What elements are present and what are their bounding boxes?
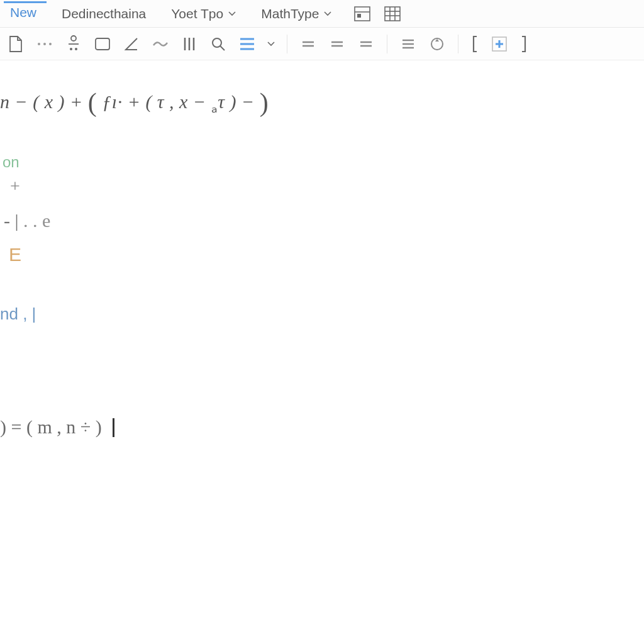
svg-rect-2 <box>357 14 361 18</box>
plus-box-icon[interactable] <box>490 35 509 53</box>
svg-point-19 <box>213 38 221 47</box>
svg-point-14 <box>75 48 77 50</box>
tilde-icon[interactable] <box>151 35 170 53</box>
equation-line-2[interactable]: ) = ( m , n ÷ ) <box>0 418 114 437</box>
new-doc-icon[interactable] <box>6 35 25 53</box>
chevron-down-icon[interactable] <box>267 35 275 53</box>
menu-label: MathType <box>261 6 319 21</box>
circle-arrow-icon[interactable] <box>428 35 447 53</box>
big-paren-open: ( <box>88 88 97 117</box>
big-paren-close: ) <box>260 88 269 117</box>
bracket-icon[interactable] <box>93 35 112 53</box>
table-grid-icon[interactable] <box>383 4 402 23</box>
fragment: . . e <box>23 210 50 231</box>
ellipsis-icon[interactable] <box>35 35 54 53</box>
fraction-icon[interactable] <box>64 35 83 53</box>
equals-icon[interactable] <box>299 35 318 53</box>
insert-row-icon[interactable] <box>353 4 372 23</box>
menu-label: Dedinecthaina <box>62 6 146 21</box>
menu-item-dedinecthaina[interactable]: Dedinecthaina <box>55 3 156 25</box>
toolbar-separator <box>387 35 387 53</box>
svg-point-13 <box>70 48 72 50</box>
label-on: on <box>3 155 19 170</box>
left-bracket-icon[interactable] <box>470 35 480 53</box>
right-bracket-icon[interactable] <box>519 35 529 53</box>
align-lines-icon[interactable] <box>238 35 257 53</box>
svg-point-9 <box>43 43 46 45</box>
eq-fragment: n − ( x ) + <box>0 91 88 112</box>
svg-point-10 <box>49 43 52 45</box>
equals-icon[interactable] <box>357 35 375 53</box>
menu-label: New <box>10 5 36 20</box>
label-nd: nd , | <box>0 306 36 322</box>
eq-fragment: τ ) − <box>218 91 259 112</box>
text-cursor <box>113 418 114 437</box>
label-minus-1-e: - | . . e <box>4 211 50 230</box>
svg-point-11 <box>71 36 76 41</box>
chevron-down-icon <box>324 11 331 16</box>
menu-item-mathtype[interactable]: MathType <box>255 3 341 25</box>
matrix-bars-icon[interactable] <box>180 35 199 53</box>
svg-rect-3 <box>385 7 400 21</box>
svg-line-20 <box>220 46 225 50</box>
chevron-down-icon <box>228 11 236 16</box>
eq-subscript: ₐ <box>211 99 218 116</box>
label-plus: + <box>10 177 20 195</box>
toolbar <box>0 28 644 60</box>
svg-rect-15 <box>96 38 109 50</box>
svg-point-8 <box>38 43 40 45</box>
toolbar-separator <box>287 35 287 53</box>
fragment: - | <box>4 210 19 231</box>
triple-bar-icon[interactable] <box>399 35 418 53</box>
svg-rect-0 <box>355 7 370 21</box>
equals-icon[interactable] <box>328 35 347 53</box>
zoom-icon[interactable] <box>209 35 228 53</box>
label-e-big: E <box>9 245 21 264</box>
eq-fragment: ƒı· + ( τ , x − <box>97 91 211 112</box>
angle-icon[interactable] <box>122 35 141 53</box>
menu-item-yoettpo[interactable]: Yoet Tpo <box>165 3 246 25</box>
menubar: New Dedinecthaina Yoet Tpo MathType <box>0 0 644 28</box>
equation-line-1[interactable]: n − ( x ) + ( ƒı· + ( τ , x − ₐτ ) − ) <box>0 84 269 116</box>
menu-item-new[interactable]: New <box>4 1 47 24</box>
equation-canvas[interactable]: n − ( x ) + ( ƒı· + ( τ , x − ₐτ ) − ) o… <box>0 60 644 644</box>
eq-fragment: ) = ( m , n ÷ ) <box>0 416 106 437</box>
menu-label: Yoet Tpo <box>171 6 223 21</box>
toolbar-separator <box>458 35 458 53</box>
